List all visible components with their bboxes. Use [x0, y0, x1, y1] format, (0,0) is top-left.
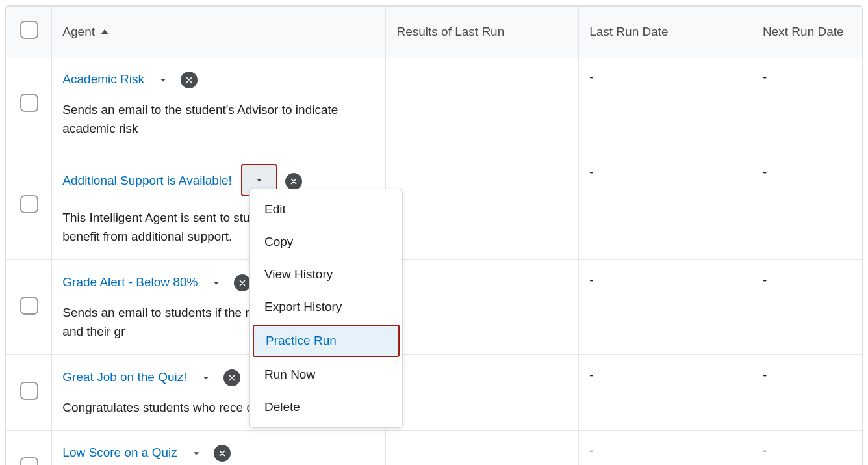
agent-description: Sends an email to the student's Advisor …	[62, 100, 375, 139]
menu-view-history[interactable]: View History	[250, 258, 402, 291]
agents-table: Agent Results of Last Run Last Run Date …	[6, 7, 862, 465]
row-checkbox-cell	[6, 57, 52, 152]
agent-cell: Academic RiskSends an email to the stude…	[52, 57, 386, 152]
next-run-cell: -	[752, 57, 862, 152]
next-run-cell: -	[752, 431, 862, 465]
table-row: Academic RiskSends an email to the stude…	[6, 57, 862, 152]
row-checkbox-cell	[6, 431, 52, 465]
results-cell	[386, 259, 579, 354]
row-checkbox-cell	[6, 259, 52, 354]
disabled-status-icon	[214, 445, 231, 462]
agent-link[interactable]: Grade Alert - Below 80%	[62, 275, 198, 289]
last-run-cell: -	[579, 57, 752, 152]
menu-copy[interactable]: Copy	[250, 226, 402, 258]
row-checkbox-cell	[6, 354, 52, 430]
agent-link[interactable]: Great Job on the Quiz!	[62, 370, 186, 384]
menu-edit[interactable]: Edit	[250, 193, 402, 226]
header-results[interactable]: Results of Last Run	[386, 7, 579, 57]
header-agent[interactable]: Agent	[52, 7, 386, 57]
agent-link[interactable]: Academic Risk	[62, 72, 144, 86]
row-checkbox[interactable]	[20, 94, 38, 112]
results-cell	[386, 152, 579, 259]
header-last-run[interactable]: Last Run Date	[579, 7, 752, 57]
next-run-cell: -	[752, 152, 862, 259]
disabled-status-icon	[285, 173, 302, 190]
chevron-down-icon[interactable]	[186, 444, 206, 463]
results-cell	[386, 354, 579, 430]
header-results-label: Results of Last Run	[396, 25, 504, 38]
next-run-cell: -	[752, 259, 862, 354]
last-run-cell: -	[579, 431, 752, 465]
header-next-run[interactable]: Next Run Date	[752, 7, 862, 57]
menu-practice-run[interactable]: Practice Run	[253, 325, 400, 357]
header-last-run-label: Last Run Date	[589, 25, 668, 38]
menu-export-history[interactable]: Export History	[250, 291, 402, 323]
disabled-status-icon	[234, 274, 251, 291]
row-checkbox[interactable]	[20, 297, 38, 315]
last-run-cell: -	[579, 259, 752, 354]
last-run-cell: -	[579, 152, 752, 259]
header-next-run-label: Next Run Date	[763, 25, 844, 38]
results-cell	[386, 57, 579, 152]
table-row: Great Job on the Quiz!Congratulates stud…	[6, 354, 862, 430]
menu-delete[interactable]: Delete	[250, 391, 402, 423]
table-row: Grade Alert - Below 80%Sends an email to…	[6, 259, 862, 354]
table-row: Low Score on a QuizReceives less than or…	[6, 431, 862, 465]
agent-cell: Low Score on a QuizReceives less than or…	[52, 431, 386, 465]
chevron-down-icon[interactable]	[207, 273, 226, 293]
row-checkbox[interactable]	[20, 457, 38, 465]
chevron-down-icon[interactable]	[153, 70, 173, 90]
menu-run-now[interactable]: Run Now	[250, 358, 402, 391]
results-cell	[386, 431, 579, 465]
table-row: Additional Support is Available!This Int…	[6, 152, 862, 259]
header-checkbox-cell	[6, 7, 52, 57]
header-agent-label: Agent	[62, 25, 95, 38]
last-run-cell: -	[579, 354, 752, 430]
disabled-status-icon	[181, 72, 198, 88]
sort-asc-icon	[101, 29, 108, 34]
agents-table-frame: Agent Results of Last Run Last Run Date …	[5, 5, 863, 465]
disabled-status-icon	[223, 369, 240, 386]
row-checkbox[interactable]	[20, 195, 38, 213]
context-menu: Edit Copy View History Export History Pr…	[249, 189, 403, 428]
next-run-cell: -	[752, 354, 862, 430]
row-checkbox-cell	[6, 152, 52, 259]
row-checkbox[interactable]	[20, 382, 38, 400]
agent-link[interactable]: Low Score on a Quiz	[62, 445, 177, 459]
select-all-checkbox[interactable]	[20, 21, 38, 39]
agent-link[interactable]: Additional Support is Available!	[62, 174, 232, 187]
chevron-down-icon[interactable]	[196, 368, 216, 388]
